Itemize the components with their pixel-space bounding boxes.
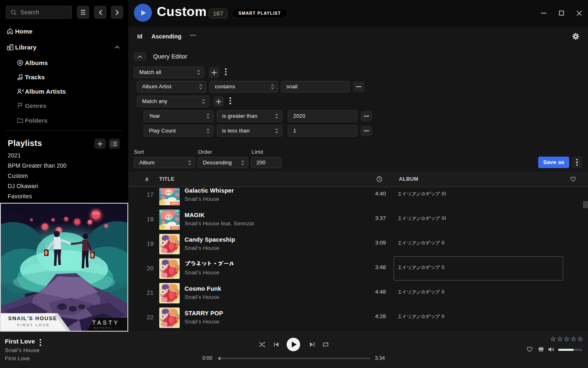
svg-text:FIRST LOVE: FIRST LOVE xyxy=(17,323,50,327)
svg-text:TASTY: TASTY xyxy=(92,319,120,326)
svg-text:BSTNNXI: BSTNNXI xyxy=(94,327,113,329)
svg-text:SNAIL'S HOUSE: SNAIL'S HOUSE xyxy=(8,315,57,321)
